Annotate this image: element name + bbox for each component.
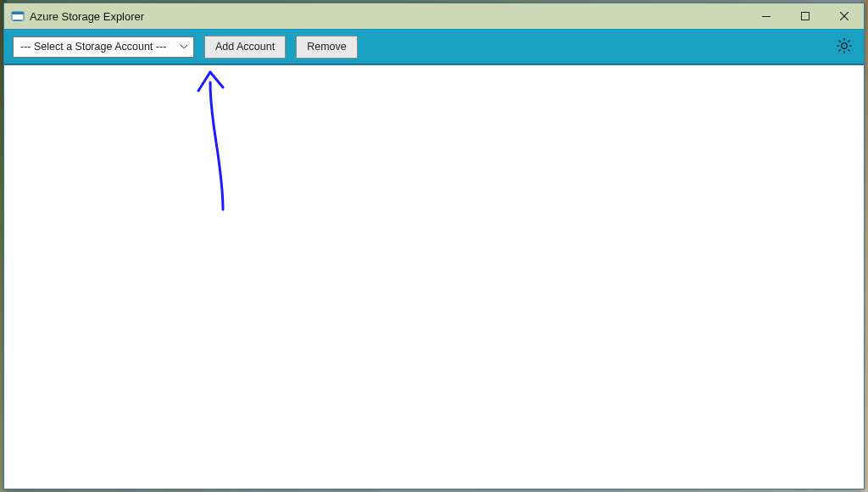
window-title: Azure Storage Explorer <box>30 10 144 23</box>
storage-account-selector[interactable]: --- Select a Storage Account --- <box>13 36 194 58</box>
window-controls <box>747 3 864 29</box>
svg-rect-2 <box>14 20 22 22</box>
add-account-button[interactable]: Add Account <box>204 36 286 59</box>
minimize-button[interactable] <box>747 3 786 29</box>
settings-button[interactable] <box>833 36 855 58</box>
remove-account-button[interactable]: Remove <box>296 36 358 59</box>
svg-rect-3 <box>762 16 771 17</box>
maximize-button[interactable] <box>786 3 825 29</box>
annotation-arrow <box>4 65 259 235</box>
chevron-down-icon <box>178 43 190 50</box>
app-icon <box>11 9 25 23</box>
content-area <box>4 64 864 489</box>
svg-rect-4 <box>802 13 810 20</box>
toolbar: --- Select a Storage Account --- Add Acc… <box>4 29 864 64</box>
titlebar[interactable]: Azure Storage Explorer <box>4 3 864 29</box>
add-account-button-label: Add Account <box>215 41 275 53</box>
app-window: Azure Storage Explorer --- Select a Stor… <box>3 3 865 489</box>
gear-icon <box>836 37 853 57</box>
svg-rect-1 <box>12 12 24 14</box>
storage-account-selector-label: --- Select a Storage Account --- <box>20 41 178 53</box>
remove-account-button-label: Remove <box>307 41 347 53</box>
close-button[interactable] <box>825 3 864 29</box>
